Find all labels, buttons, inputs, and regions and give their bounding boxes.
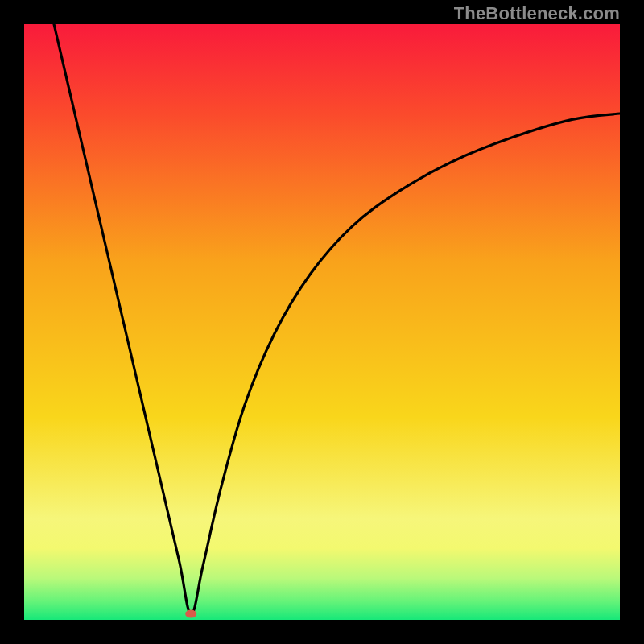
minimum-marker-dot (185, 610, 196, 618)
watermark-text: TheBottleneck.com (454, 3, 620, 24)
gradient-background (24, 24, 620, 620)
plot-area (24, 24, 620, 620)
bottleneck-chart (24, 24, 620, 620)
outer-frame: TheBottleneck.com (0, 0, 644, 644)
